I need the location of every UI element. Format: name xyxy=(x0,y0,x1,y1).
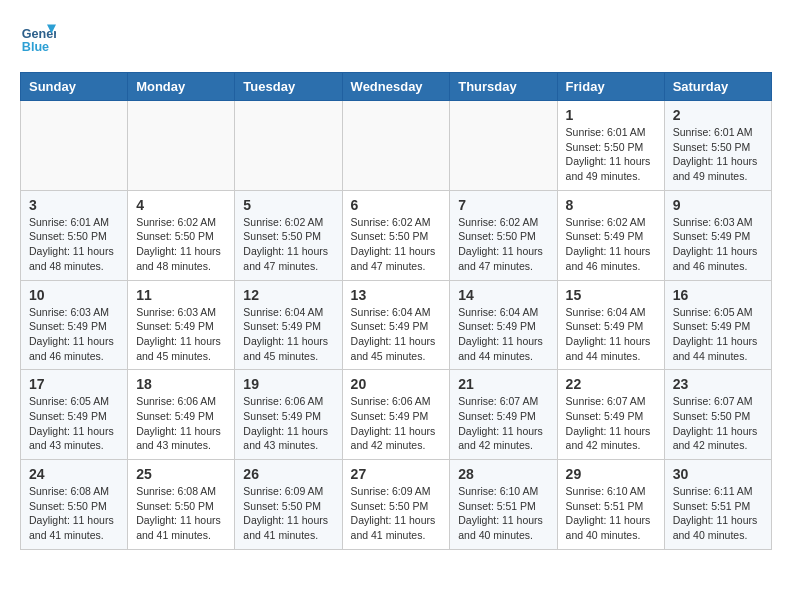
day-info: Sunrise: 6:03 AM Sunset: 5:49 PM Dayligh… xyxy=(673,215,763,274)
day-number: 19 xyxy=(243,376,333,392)
day-info: Sunrise: 6:02 AM Sunset: 5:50 PM Dayligh… xyxy=(243,215,333,274)
calendar-cell: 11Sunrise: 6:03 AM Sunset: 5:49 PM Dayli… xyxy=(128,280,235,370)
calendar-cell xyxy=(450,101,557,191)
calendar-cell xyxy=(21,101,128,191)
calendar-cell: 15Sunrise: 6:04 AM Sunset: 5:49 PM Dayli… xyxy=(557,280,664,370)
day-number: 26 xyxy=(243,466,333,482)
day-info: Sunrise: 6:05 AM Sunset: 5:49 PM Dayligh… xyxy=(673,305,763,364)
calendar-cell: 13Sunrise: 6:04 AM Sunset: 5:49 PM Dayli… xyxy=(342,280,450,370)
calendar-cell xyxy=(128,101,235,191)
day-info: Sunrise: 6:04 AM Sunset: 5:49 PM Dayligh… xyxy=(351,305,442,364)
calendar-cell: 24Sunrise: 6:08 AM Sunset: 5:50 PM Dayli… xyxy=(21,460,128,550)
day-number: 22 xyxy=(566,376,656,392)
day-number: 27 xyxy=(351,466,442,482)
weekday-header-tuesday: Tuesday xyxy=(235,73,342,101)
day-number: 9 xyxy=(673,197,763,213)
calendar-cell: 21Sunrise: 6:07 AM Sunset: 5:49 PM Dayli… xyxy=(450,370,557,460)
day-number: 17 xyxy=(29,376,119,392)
week-row-4: 17Sunrise: 6:05 AM Sunset: 5:49 PM Dayli… xyxy=(21,370,772,460)
day-info: Sunrise: 6:05 AM Sunset: 5:49 PM Dayligh… xyxy=(29,394,119,453)
day-info: Sunrise: 6:02 AM Sunset: 5:50 PM Dayligh… xyxy=(136,215,226,274)
calendar-cell: 8Sunrise: 6:02 AM Sunset: 5:49 PM Daylig… xyxy=(557,190,664,280)
day-number: 11 xyxy=(136,287,226,303)
calendar-cell: 18Sunrise: 6:06 AM Sunset: 5:49 PM Dayli… xyxy=(128,370,235,460)
week-row-1: 1Sunrise: 6:01 AM Sunset: 5:50 PM Daylig… xyxy=(21,101,772,191)
day-info: Sunrise: 6:02 AM Sunset: 5:50 PM Dayligh… xyxy=(458,215,548,274)
weekday-header-thursday: Thursday xyxy=(450,73,557,101)
day-info: Sunrise: 6:07 AM Sunset: 5:50 PM Dayligh… xyxy=(673,394,763,453)
day-number: 28 xyxy=(458,466,548,482)
day-number: 29 xyxy=(566,466,656,482)
day-number: 15 xyxy=(566,287,656,303)
calendar-cell: 17Sunrise: 6:05 AM Sunset: 5:49 PM Dayli… xyxy=(21,370,128,460)
day-info: Sunrise: 6:09 AM Sunset: 5:50 PM Dayligh… xyxy=(243,484,333,543)
calendar-cell: 30Sunrise: 6:11 AM Sunset: 5:51 PM Dayli… xyxy=(664,460,771,550)
day-number: 14 xyxy=(458,287,548,303)
svg-text:Blue: Blue xyxy=(22,40,49,54)
calendar-cell xyxy=(235,101,342,191)
logo-icon: General Blue xyxy=(20,20,56,56)
calendar-cell: 9Sunrise: 6:03 AM Sunset: 5:49 PM Daylig… xyxy=(664,190,771,280)
calendar-cell: 10Sunrise: 6:03 AM Sunset: 5:49 PM Dayli… xyxy=(21,280,128,370)
day-number: 4 xyxy=(136,197,226,213)
day-number: 20 xyxy=(351,376,442,392)
weekday-header-sunday: Sunday xyxy=(21,73,128,101)
day-number: 30 xyxy=(673,466,763,482)
page-header: General Blue xyxy=(20,20,772,56)
day-number: 8 xyxy=(566,197,656,213)
calendar-cell: 22Sunrise: 6:07 AM Sunset: 5:49 PM Dayli… xyxy=(557,370,664,460)
calendar-cell: 1Sunrise: 6:01 AM Sunset: 5:50 PM Daylig… xyxy=(557,101,664,191)
calendar-cell: 3Sunrise: 6:01 AM Sunset: 5:50 PM Daylig… xyxy=(21,190,128,280)
calendar-cell: 20Sunrise: 6:06 AM Sunset: 5:49 PM Dayli… xyxy=(342,370,450,460)
calendar-cell xyxy=(342,101,450,191)
weekday-header-friday: Friday xyxy=(557,73,664,101)
calendar-cell: 14Sunrise: 6:04 AM Sunset: 5:49 PM Dayli… xyxy=(450,280,557,370)
day-number: 7 xyxy=(458,197,548,213)
day-info: Sunrise: 6:03 AM Sunset: 5:49 PM Dayligh… xyxy=(136,305,226,364)
day-info: Sunrise: 6:02 AM Sunset: 5:50 PM Dayligh… xyxy=(351,215,442,274)
day-info: Sunrise: 6:01 AM Sunset: 5:50 PM Dayligh… xyxy=(566,125,656,184)
calendar-cell: 12Sunrise: 6:04 AM Sunset: 5:49 PM Dayli… xyxy=(235,280,342,370)
day-number: 23 xyxy=(673,376,763,392)
day-number: 18 xyxy=(136,376,226,392)
day-info: Sunrise: 6:06 AM Sunset: 5:49 PM Dayligh… xyxy=(136,394,226,453)
day-info: Sunrise: 6:11 AM Sunset: 5:51 PM Dayligh… xyxy=(673,484,763,543)
day-number: 16 xyxy=(673,287,763,303)
day-info: Sunrise: 6:10 AM Sunset: 5:51 PM Dayligh… xyxy=(566,484,656,543)
weekday-header-saturday: Saturday xyxy=(664,73,771,101)
day-info: Sunrise: 6:07 AM Sunset: 5:49 PM Dayligh… xyxy=(458,394,548,453)
day-info: Sunrise: 6:04 AM Sunset: 5:49 PM Dayligh… xyxy=(458,305,548,364)
calendar-cell: 27Sunrise: 6:09 AM Sunset: 5:50 PM Dayli… xyxy=(342,460,450,550)
day-number: 25 xyxy=(136,466,226,482)
day-info: Sunrise: 6:06 AM Sunset: 5:49 PM Dayligh… xyxy=(351,394,442,453)
day-info: Sunrise: 6:01 AM Sunset: 5:50 PM Dayligh… xyxy=(673,125,763,184)
day-info: Sunrise: 6:04 AM Sunset: 5:49 PM Dayligh… xyxy=(566,305,656,364)
calendar-cell: 19Sunrise: 6:06 AM Sunset: 5:49 PM Dayli… xyxy=(235,370,342,460)
day-number: 1 xyxy=(566,107,656,123)
day-info: Sunrise: 6:04 AM Sunset: 5:49 PM Dayligh… xyxy=(243,305,333,364)
calendar-table: SundayMondayTuesdayWednesdayThursdayFrid… xyxy=(20,72,772,550)
day-info: Sunrise: 6:10 AM Sunset: 5:51 PM Dayligh… xyxy=(458,484,548,543)
day-number: 21 xyxy=(458,376,548,392)
calendar-cell: 26Sunrise: 6:09 AM Sunset: 5:50 PM Dayli… xyxy=(235,460,342,550)
calendar-cell: 25Sunrise: 6:08 AM Sunset: 5:50 PM Dayli… xyxy=(128,460,235,550)
calendar-cell: 29Sunrise: 6:10 AM Sunset: 5:51 PM Dayli… xyxy=(557,460,664,550)
week-row-3: 10Sunrise: 6:03 AM Sunset: 5:49 PM Dayli… xyxy=(21,280,772,370)
day-number: 13 xyxy=(351,287,442,303)
day-number: 10 xyxy=(29,287,119,303)
calendar-cell: 4Sunrise: 6:02 AM Sunset: 5:50 PM Daylig… xyxy=(128,190,235,280)
day-number: 2 xyxy=(673,107,763,123)
day-info: Sunrise: 6:08 AM Sunset: 5:50 PM Dayligh… xyxy=(29,484,119,543)
logo: General Blue xyxy=(20,20,60,56)
calendar-cell: 28Sunrise: 6:10 AM Sunset: 5:51 PM Dayli… xyxy=(450,460,557,550)
day-number: 12 xyxy=(243,287,333,303)
day-info: Sunrise: 6:06 AM Sunset: 5:49 PM Dayligh… xyxy=(243,394,333,453)
day-info: Sunrise: 6:01 AM Sunset: 5:50 PM Dayligh… xyxy=(29,215,119,274)
weekday-header-row: SundayMondayTuesdayWednesdayThursdayFrid… xyxy=(21,73,772,101)
day-number: 6 xyxy=(351,197,442,213)
calendar-cell: 2Sunrise: 6:01 AM Sunset: 5:50 PM Daylig… xyxy=(664,101,771,191)
weekday-header-monday: Monday xyxy=(128,73,235,101)
week-row-2: 3Sunrise: 6:01 AM Sunset: 5:50 PM Daylig… xyxy=(21,190,772,280)
calendar-cell: 7Sunrise: 6:02 AM Sunset: 5:50 PM Daylig… xyxy=(450,190,557,280)
day-info: Sunrise: 6:03 AM Sunset: 5:49 PM Dayligh… xyxy=(29,305,119,364)
